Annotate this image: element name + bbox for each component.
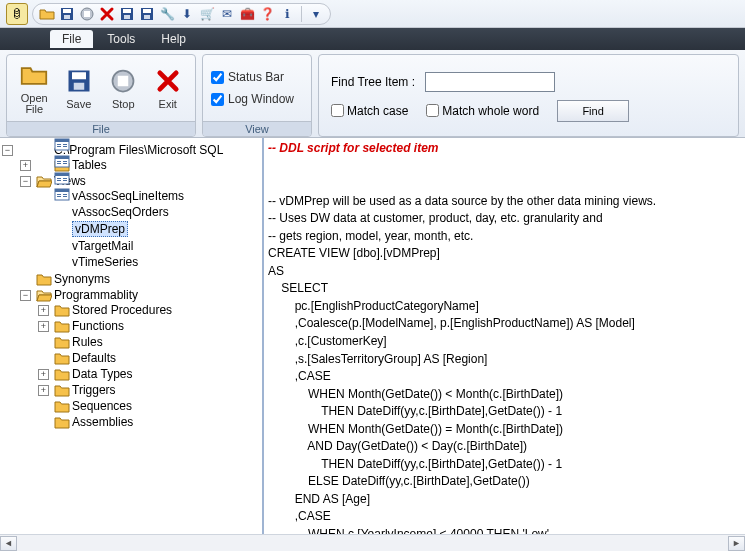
qa-wrench-icon[interactable]: 🔧 [159,6,175,22]
expander-icon[interactable]: − [20,290,31,301]
qa-saveall-icon[interactable] [119,6,135,22]
statusbar-label: Status Bar [228,70,284,84]
match-case-checkbox[interactable] [331,104,344,117]
ribbon: Open File Save Stop Exit File Status Bar [0,50,745,138]
expander-icon[interactable]: + [38,305,49,316]
exit-button[interactable]: Exit [149,60,188,116]
folder-open-icon [36,288,52,302]
tree-view-item[interactable]: vAssocSeqLineItems [38,188,260,204]
horizontal-scrollbar[interactable]: ◄ ► [0,534,745,551]
qa-dropdown-icon[interactable]: ▾ [308,6,324,22]
save-label: Save [66,99,91,111]
tree-view-item[interactable]: vTargetMail [38,238,260,254]
tree-view-item[interactable]: vAssocSeqOrders [38,204,260,220]
expander-icon[interactable]: + [38,369,49,380]
logwindow-label: Log Window [228,92,294,106]
menu-tools[interactable]: Tools [95,30,147,48]
qa-save-icon[interactable] [59,6,75,22]
check-icon [36,158,52,172]
ribbon-group-file: Open File Save Stop Exit File [6,54,196,137]
tree-view-item-selected[interactable]: vDMPrep [38,220,260,238]
tree-prog-item[interactable]: +Data Types [38,366,260,382]
ribbon-file-caption: File [7,121,195,136]
tree-prog-item[interactable]: Sequences [38,398,260,414]
qa-mail-icon[interactable]: ✉ [219,6,235,22]
expander-icon[interactable]: − [20,176,31,187]
match-whole-checkbox[interactable] [426,104,439,117]
code-body: -- vDMPrep will be used as a data source… [268,194,656,534]
tree-prog-label: Assemblies [72,415,133,429]
stop-button[interactable]: Stop [104,60,143,116]
expander-icon[interactable]: + [20,160,31,171]
match-whole-row[interactable]: Match whole word [426,104,539,118]
find-label: Find Tree Item : [331,75,415,89]
scroll-left-icon[interactable]: ◄ [0,536,17,551]
save-button[interactable]: Save [60,60,99,116]
app-icon: 🛢 [6,3,28,25]
folder-icon [54,367,70,381]
match-case-label: Match case [347,104,408,118]
tree-view-label: vDMPrep [72,221,128,237]
tree-prog-item[interactable]: +Triggers [38,382,260,398]
main-area: −C:\Program Files\Microsoft SQL +Tables … [0,138,745,534]
tree-panel[interactable]: −C:\Program Files\Microsoft SQL +Tables … [0,138,264,534]
tree-prog-item[interactable]: Defaults [38,350,260,366]
qa-help-icon[interactable]: ❓ [259,6,275,22]
qa-cart-icon[interactable]: 🛒 [199,6,215,22]
ribbon-view-caption: View [203,121,311,136]
tree-prog-item[interactable]: Rules [38,334,260,350]
find-button[interactable]: Find [557,100,629,122]
folder-open-icon [36,174,52,188]
folder-icon [54,335,70,349]
tree-root-label: C:\Program Files\Microsoft SQL [54,143,223,157]
qa-separator [301,6,302,22]
stop-label: Stop [112,99,135,111]
quick-access-pill: 🔧 ⬇ 🛒 ✉ 🧰 ❓ ℹ ▾ [32,3,331,25]
tree-view-label: vAssocSeqLineItems [72,189,184,203]
match-case-row[interactable]: Match case [331,104,408,118]
qa-info-icon[interactable]: ℹ [279,6,295,22]
expander-icon[interactable]: + [38,321,49,332]
expander-icon[interactable]: − [2,145,13,156]
tree-views[interactable]: −Views vAssocSeqLineItems vAssocSeqOrder… [20,173,260,271]
statusbar-checkbox-row[interactable]: Status Bar [211,70,284,84]
tree-prog-item[interactable]: +Functions [38,318,260,334]
folder-icon [36,272,52,286]
tree-synonyms[interactable]: Synonyms [20,271,260,287]
find-input[interactable] [425,72,555,92]
statusbar-checkbox[interactable] [211,71,224,84]
qa-savecopy-icon[interactable] [139,6,155,22]
menu-file[interactable]: File [50,30,93,48]
tree-prog-label: Sequences [72,399,132,413]
folder-icon [54,319,70,333]
tree-prog-item[interactable]: +Stored Procedures [38,302,260,318]
qa-stop-icon[interactable] [79,6,95,22]
folder-icon [54,415,70,429]
scroll-right-icon[interactable]: ► [728,536,745,551]
open-file-button[interactable]: Open File [15,60,54,116]
tree-programmability[interactable]: −Programmablity +Stored Procedures +Func… [20,287,260,431]
qa-open-icon[interactable] [39,6,55,22]
tree-view-label: vTimeSeries [72,255,138,269]
stop-icon [107,65,139,97]
match-whole-label: Match whole word [442,104,539,118]
folder-icon [54,383,70,397]
tree-prog-item[interactable]: Assemblies [38,414,260,430]
tree-view-label: vAssocSeqOrders [72,205,169,219]
view-icon [54,255,70,269]
logwindow-checkbox[interactable] [211,93,224,106]
open-file-icon [18,60,50,91]
expander-icon[interactable]: + [38,385,49,396]
logwindow-checkbox-row[interactable]: Log Window [211,92,294,106]
tree-prog-label: Rules [72,335,103,349]
qa-tools-icon[interactable]: 🧰 [239,6,255,22]
tree-prog-label: Stored Procedures [72,303,172,317]
code-panel[interactable]: -- DDL script for selected item -- vDMPr… [264,138,745,534]
exit-label: Exit [159,99,177,111]
tree-root[interactable]: −C:\Program Files\Microsoft SQL +Tables … [2,142,260,432]
exit-icon [152,65,184,97]
qa-download-icon[interactable]: ⬇ [179,6,195,22]
qa-exit-icon[interactable] [99,6,115,22]
tree-view-item[interactable]: vTimeSeries [38,254,260,270]
menu-help[interactable]: Help [149,30,198,48]
